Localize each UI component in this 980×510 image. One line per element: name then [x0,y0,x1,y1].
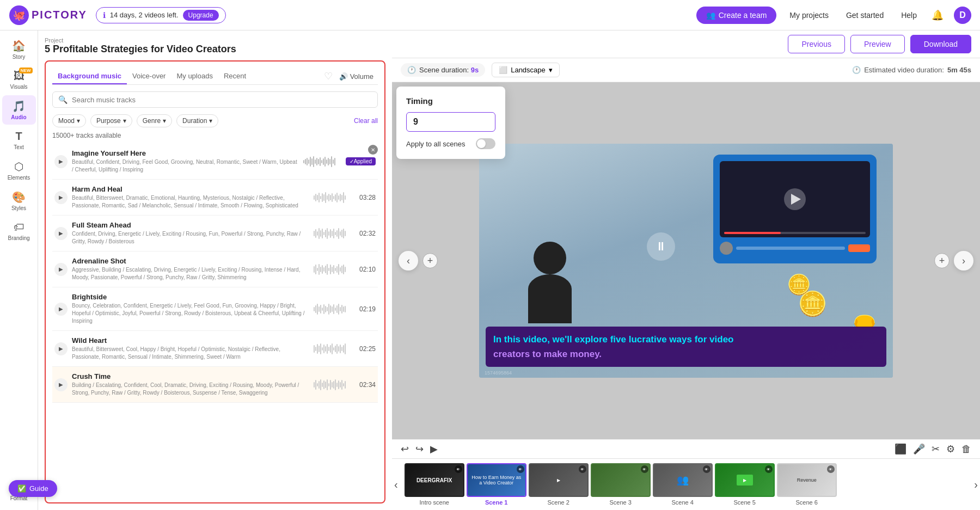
svg-text:🐙: 🐙 [13,9,26,21]
timeline-next-button[interactable]: › [972,478,980,491]
settings-button[interactable]: ⚙ [946,443,955,455]
prev-scene-button[interactable]: ‹ [399,251,418,271]
track-play-button-0[interactable]: ▶ [54,155,68,168]
guide-button[interactable]: ✅ Guide [9,480,57,497]
track-tags-2: Confident, Driving, Energetic / Lively, … [72,230,309,245]
video-preview: 🪙 👝 🪙 In this video, we'll explore five … [479,144,893,378]
track-info-3: Adrenaline Shot Aggressive, Building / E… [72,257,309,281]
scene-thumb-5[interactable]: ▶ 👁 Scene 5 [715,463,775,506]
tab-my-uploads[interactable]: My uploads [171,69,218,84]
redo-button[interactable]: ↪ [415,443,424,455]
clock-icon: 🕐 [407,66,416,74]
scene-thumb-2[interactable]: ▶ 👁 Scene 2 [529,463,589,506]
track-info-6: Crush Time Building / Escalating, Confid… [72,372,309,397]
track-item: ▶ Brightside Bouncy, Celebration, Confid… [52,287,378,331]
preview-button[interactable]: Preview [850,35,905,53]
play-pause-button[interactable]: ▶ [430,443,438,455]
scene-1-label: Scene 1 [485,499,508,506]
track-play-button-1[interactable]: ▶ [54,191,68,204]
sidebar-item-audio[interactable]: 🎵 Audio [2,95,36,125]
notification-icon[interactable]: 🔔 [930,8,945,23]
captions-button[interactable]: ⬛ [895,443,906,455]
upgrade-button[interactable]: Upgrade [183,10,219,21]
scene-thumb-4[interactable]: 👥 👁 Scene 4 [653,463,713,506]
scene-thumb-6[interactable]: Revenue 👁 Scene 6 [777,463,837,506]
sidebar-item-story[interactable]: 🏠 Story [2,35,36,64]
scene-thumb-intro[interactable]: DEERGRAFIX 👁 Intro scene [405,463,464,506]
undo-button[interactable]: ↩ [401,443,409,455]
track-play-button-6[interactable]: ▶ [54,378,68,391]
help-link[interactable]: Help [901,11,917,20]
scene-5-label: Scene 5 [733,499,755,506]
mood-filter[interactable]: Mood ▾ [52,114,86,127]
search-icon: 🔍 [58,95,68,104]
track-play-button-5[interactable]: ▶ [54,342,68,355]
sidebar-item-visuals[interactable]: 🖼 Visuals NEW [2,65,36,94]
track-play-button-3[interactable]: ▶ [54,263,68,276]
apply-all-toggle[interactable] [476,138,495,149]
project-header: Project 5 Profitable Strategies for Vide… [45,37,385,55]
previous-button[interactable]: Previous [788,35,844,53]
get-started-link[interactable]: Get started [846,11,884,20]
sidebar-label-audio: Audio [11,114,26,120]
track-duration-2: 02:32 [356,230,376,237]
my-projects-link[interactable]: My projects [789,11,829,20]
header-action-buttons: Previous Preview Download [788,35,971,53]
landscape-selector[interactable]: ⬜ Landscape ▾ [492,63,560,77]
tab-voiceover[interactable]: Voice-over [127,69,171,84]
text-icon: T [15,130,22,143]
scene-thumb-1[interactable]: How to Earn Money as a Video Creator 👁 S… [467,463,526,506]
track-play-button-2[interactable]: ▶ [54,227,68,240]
track-info-1: Harm And Heal Beautiful, Bittersweet, Dr… [72,185,309,210]
tab-recent[interactable]: Recent [218,69,252,84]
user-avatar[interactable]: D [954,7,971,24]
next-scene-button[interactable]: › [954,251,973,271]
search-input[interactable] [72,96,372,104]
heart-icon[interactable]: ♡ [322,68,335,84]
timeline-scroll: DEERGRAFIX 👁 Intro scene How to Earn Mon… [400,463,972,506]
add-scene-left-button[interactable]: + [422,253,438,268]
logo-area[interactable]: 🐙 PICTORY [9,5,87,26]
scene-thumb-3[interactable]: 👁 Scene 3 [591,463,651,506]
sidebar-label-styles: Styles [11,205,26,211]
applied-badge-0: ✓Applied [346,157,376,165]
track-waveform-6 [314,378,352,391]
track-play-button-4[interactable]: ▶ [54,303,68,316]
tab-bg-music[interactable]: Background music [52,69,127,84]
branding-icon: 🏷 [14,221,24,234]
sidebar-item-styles[interactable]: 🎨 Styles [2,186,36,216]
editor-toolbar: 🕐 Scene duration: 9s ⬜ Landscape ▾ 🕐 Est… [392,58,980,82]
duration-filter[interactable]: Duration ▾ [176,114,218,127]
microphone-button[interactable]: 🎤 [913,443,925,455]
clear-all-button[interactable]: Clear all [354,117,378,125]
track-tags-3: Aggressive, Building / Escalating, Drivi… [72,266,309,281]
add-scene-right-button[interactable]: + [934,253,950,268]
logo-text: PICTORY [32,9,87,21]
volume-button[interactable]: 🔊 Volume [335,70,378,83]
delete-button[interactable]: 🗑 [961,444,971,455]
wallet-graphic: 👝 [851,305,877,329]
track-info-0: Imagine Yourself Here Beautiful, Confide… [72,149,299,174]
sidebar-label-elements: Elements [8,175,30,181]
track-info-4: Brightside Bouncy, Celebration, Confiden… [72,293,309,325]
sidebar-item-branding[interactable]: 🏷 Branding [2,217,36,245]
sidebar-item-text[interactable]: T Text [2,126,36,155]
project-label: Project [45,37,385,44]
create-team-button[interactable]: 👥 Create a team [696,7,777,24]
timing-input[interactable] [406,112,495,132]
trial-text: 14 days, 2 videos left. [110,11,179,19]
track-close-icon[interactable]: ✕ [368,145,378,155]
genre-filter[interactable]: Genre ▾ [137,114,172,127]
scene-timeline: ‹ DEERGRAFIX 👁 Intro scene [392,458,980,510]
tracks-count: 15000+ tracks available [52,132,378,139]
video-text-highlight2: creators [493,349,530,359]
cut-button[interactable]: ✂ [932,443,940,455]
track-name-4: Brightside [72,293,309,301]
purpose-filter[interactable]: Purpose ▾ [90,114,132,127]
download-button[interactable]: Download [910,35,971,53]
pause-overlay[interactable]: ⏸ [647,232,675,261]
timeline-prev-button[interactable]: ‹ [392,478,400,491]
track-item: ▶ Harm And Heal Beautiful, Bittersweet, … [52,180,378,216]
sidebar-item-elements[interactable]: ⬡ Elements [2,156,36,185]
scene-duration-badge[interactable]: 🕐 Scene duration: 9s [401,63,485,77]
